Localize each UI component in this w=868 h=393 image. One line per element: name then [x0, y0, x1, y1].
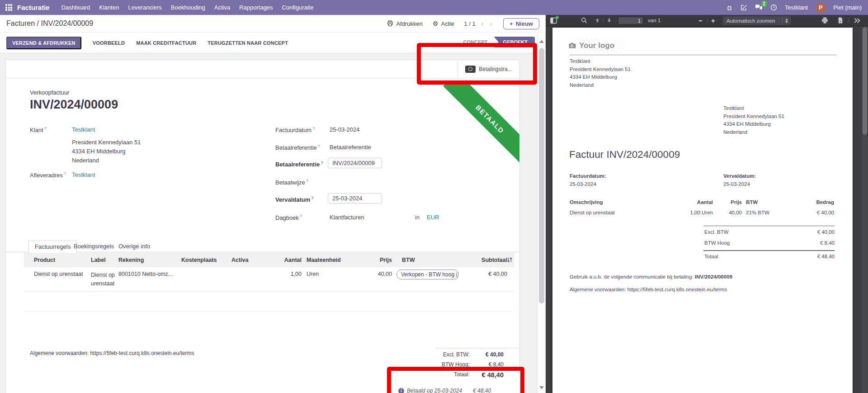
pager-next-icon[interactable]: › — [489, 20, 493, 28]
zoom-out-icon[interactable]: − — [698, 17, 703, 24]
print-button[interactable]: Afdrukken — [387, 20, 423, 27]
col-kostenplaats[interactable]: Kostenplaats — [181, 257, 217, 263]
pdf-col-bedrag: Bedrag — [797, 199, 834, 205]
empty-line-row[interactable] — [24, 292, 514, 312]
cell-label[interactable]: Dienst op urenstaat — [91, 271, 119, 288]
pdf-scrollbar[interactable] — [862, 26, 868, 393]
app-name[interactable]: Facturatie — [17, 4, 50, 11]
afleveradres-value[interactable]: Testklant — [72, 171, 95, 178]
form-scrollbar[interactable] — [537, 34, 546, 393]
page-down-button[interactable] — [606, 17, 612, 24]
col-product[interactable]: Product — [34, 257, 55, 263]
preview-button[interactable]: VOORBEELD — [93, 40, 125, 46]
page-count: van 1 — [648, 18, 660, 23]
pdf-row-bedrag: € 40,00 — [797, 210, 834, 215]
tab-overige-info[interactable]: Overige info — [113, 240, 156, 252]
btw-tag[interactable]: Verkopen - BTW hoog ( — [396, 270, 459, 279]
help-icon: ? — [312, 126, 315, 131]
company-name[interactable]: Testklant — [785, 4, 808, 11]
pdf-col-omschrijving: Omschrijving — [570, 199, 603, 205]
more-tools-button[interactable] — [854, 18, 861, 24]
col-btw[interactable]: BTW — [402, 257, 415, 263]
help-icon: ? — [300, 214, 302, 218]
menu-activa[interactable]: Activa — [210, 2, 235, 13]
col-label[interactable]: Label — [91, 257, 106, 263]
logo-text: Your logo — [579, 41, 614, 50]
totaal-label: Totaal: — [404, 371, 470, 379]
edit-icon[interactable] — [741, 4, 747, 11]
activities-clock-icon[interactable] — [770, 4, 777, 11]
user-avatar[interactable]: P — [816, 3, 826, 13]
optional-columns-icon[interactable] — [507, 257, 513, 263]
paid-note[interactable]: i Betaald op 25-03-2024 € 48,40 — [398, 388, 491, 393]
pdf-scrollbar-thumb[interactable] — [863, 27, 867, 135]
klant-value[interactable]: Testklant — [72, 126, 95, 133]
search-icon[interactable] — [581, 17, 587, 24]
tab-boekingsregels[interactable]: Boekingsregels — [68, 240, 120, 252]
col-activa[interactable]: Activa — [231, 257, 249, 263]
breadcrumb-parent[interactable]: Facturen — [6, 19, 35, 27]
paid-ribbon: BETAALD — [443, 81, 519, 166]
status-concept[interactable]: CONCEPT — [457, 37, 494, 47]
factuurdatum-value[interactable]: 25-03-2024 — [330, 126, 360, 133]
pdf-viewer: Your logo TestklantPresident Kennedylaan… — [546, 26, 868, 393]
betaalreferentie2-input[interactable]: INV/2024/00009 — [328, 158, 382, 168]
statusbar: VERZEND & AFDRUKKEN VOORBEELD MAAK CREDI… — [0, 33, 546, 53]
zoom-in-icon[interactable]: + — [711, 17, 715, 24]
btw-hoog-label: BTW Hoog: — [404, 361, 470, 368]
pdf-row-aantal: 1,00 Uren — [679, 210, 713, 215]
col-maateenheid[interactable]: Maateenheid — [307, 257, 341, 263]
col-aantal[interactable]: Aantal — [268, 257, 302, 263]
gear-icon: ⚙ — [433, 20, 439, 27]
apps-grid-icon[interactable] — [5, 4, 12, 11]
pager-previous-icon[interactable]: ‹ — [480, 20, 485, 28]
page-number-input[interactable] — [618, 17, 643, 24]
currency-value[interactable]: EUR — [427, 214, 439, 221]
cell-prijs[interactable]: 40,00 — [359, 271, 392, 277]
send-print-button[interactable]: VERZEND & AFDRUKKEN — [6, 37, 81, 49]
menu-leveranciers[interactable]: Leveranciers — [123, 2, 166, 13]
new-button[interactable]: + Nieuw — [503, 18, 539, 29]
bug-icon[interactable] — [726, 4, 733, 11]
scrollbar-thumb[interactable] — [539, 48, 544, 303]
pdf-row-btw: 21% BTW — [746, 210, 769, 215]
form-area: Betalingstra... BETAALD Verkoopfactuur I… — [0, 53, 537, 393]
pdf-print-button[interactable] — [821, 17, 828, 24]
cell-aantal[interactable]: 1,00 — [268, 271, 302, 277]
menu-dashboard[interactable]: Dashboard — [57, 2, 95, 13]
invoice-line-row[interactable]: Dienst op urenstaat Dienst op urenstaat … — [24, 267, 514, 292]
col-prijs[interactable]: Prijs — [359, 257, 392, 263]
menu-rapportages[interactable]: Rapportages — [235, 2, 277, 13]
scroll-up-icon[interactable] — [539, 40, 544, 43]
pager: 1 / 1 ‹ › — [464, 20, 493, 28]
credit-note-button[interactable]: MAAK CREDITFACTUUR — [136, 40, 196, 46]
betaalreferentie-value[interactable]: Betaalreferentie — [330, 144, 371, 151]
cell-product[interactable]: Dienst op urenstaat — [34, 271, 83, 277]
col-rekening[interactable]: Rekening — [118, 257, 144, 263]
page-up-button[interactable] — [594, 17, 600, 24]
help-icon: ? — [306, 179, 308, 183]
dagboek-value[interactable]: Klantfacturen — [330, 214, 364, 221]
action-button[interactable]: ⚙ Actie — [433, 20, 454, 27]
company-logo: Your logo — [569, 39, 625, 52]
col-subtotaal[interactable]: Subtotaal — [471, 257, 507, 263]
sidebar-toggle-button[interactable] — [550, 17, 557, 24]
menu-klanten[interactable]: Klanten — [94, 2, 123, 13]
messages-icon[interactable]: 2 — [755, 4, 763, 11]
pdf-vervaldatum-label: Vervaldatum: — [723, 173, 756, 179]
menu-boekhouding[interactable]: Boekhouding — [166, 2, 210, 13]
help-icon: ? — [311, 196, 314, 200]
cell-maateenheid[interactable]: Uren — [307, 271, 319, 277]
zoom-select[interactable]: Automatisch zoomen — [723, 16, 791, 25]
reset-to-draft-button[interactable]: TERUGZETTEN NAAR CONCEPT — [208, 40, 288, 46]
status-geboekt[interactable]: GEBOEKT — [494, 37, 535, 47]
payment-transactions-smart-button[interactable]: Betalingstra... — [458, 60, 519, 78]
info-icon: i — [398, 388, 404, 393]
user-name[interactable]: Piet (main) — [833, 4, 862, 11]
cell-subtotaal: € 40,00 — [471, 271, 507, 277]
menu-configuratie[interactable]: Configuratie — [278, 2, 318, 13]
scroll-down-icon[interactable] — [539, 386, 544, 389]
vervaldatum-input[interactable]: 25-03-2024 — [328, 193, 382, 204]
pdf-download-button[interactable] — [837, 17, 844, 24]
cell-rekening[interactable]: 8001010 Netto-omz... — [118, 271, 173, 277]
